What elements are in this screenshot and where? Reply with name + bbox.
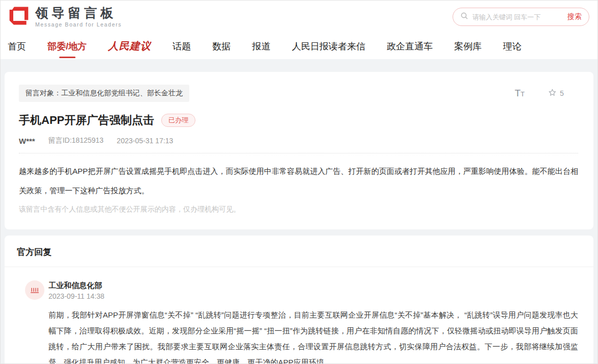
message-card: 留言对象：工业和信息化部党组书记、部长金壮龙 TT 5 (5, 72, 593, 229)
reply-org-name: 工业和信息化部 (48, 281, 105, 291)
search-input[interactable] (472, 13, 563, 21)
logo-subtitle: Message Board for Leaders (35, 21, 122, 28)
search-box[interactable]: 搜索 (453, 8, 589, 26)
nav-item-data[interactable]: 数据 (212, 40, 231, 53)
message-body: 越来越多的手机APP把开屏广告设置成摇晃手机即点击进入，而实际使用中非常容易就进… (19, 162, 578, 200)
star-icon (548, 88, 557, 98)
dotted-divider (19, 153, 578, 153)
star-count: 5 (560, 89, 564, 97)
message-timestamp: 2023-05-31 17:13 (117, 137, 173, 145)
logo-speechbubble-icon (8, 5, 30, 29)
government-building-icon (29, 283, 40, 297)
logo-title: 领导留言板 (35, 6, 122, 20)
message-target-tag: 留言对象：工业和信息化部党组书记、部长金壮龙 (19, 85, 189, 102)
site-header: 领导留言板 Message Board for Leaders 搜索 (1, 1, 597, 33)
message-id: 留言ID:18125913 (48, 136, 104, 145)
org-avatar (25, 280, 44, 300)
nav-item-gov-enterprise[interactable]: 政企直通车 (387, 40, 433, 53)
official-reply-card: 官方回复 (5, 236, 593, 364)
nav-item-theory[interactable]: 理论 (503, 40, 521, 53)
favorite-button[interactable]: 5 (548, 88, 564, 98)
main-content: 留言对象：工业和信息化部党组书记、部长金壮龙 TT 5 (1, 59, 597, 364)
font-size-icon[interactable]: TT (515, 88, 525, 99)
status-badge: 已办理 (161, 114, 195, 127)
nav-item-ministries-regions[interactable]: 部委/地方 (47, 40, 87, 53)
nav-item-peoples-suggestions[interactable]: 人民建议 (108, 39, 151, 53)
message-title: 手机APP开屏广告强制点击 (19, 113, 154, 128)
search-icon (460, 12, 468, 22)
main-nav: 首页 部委/地方 人民建议 话题 数据 报道 人民日报读者来信 政企直通车 案例… (1, 33, 597, 59)
reply-section-title: 官方回复 (17, 247, 52, 257)
page: 领导留言板 Message Board for Leaders 搜索 首页 部委… (0, 0, 598, 364)
nav-item-topics[interactable]: 话题 (172, 40, 191, 53)
reply-header: 官方回复 (5, 236, 593, 267)
privacy-note: 该留言中含有个人信息或其他不便公开展示的内容，仅办理机构可见。 (19, 205, 578, 214)
nav-item-reports[interactable]: 报道 (252, 40, 270, 53)
nav-item-reader-letters[interactable]: 人民日报读者来信 (292, 40, 365, 53)
nav-item-case-library[interactable]: 案例库 (454, 40, 482, 53)
message-author: W*** (19, 137, 35, 145)
site-logo[interactable]: 领导留言板 Message Board for Leaders (8, 5, 122, 29)
search-button[interactable]: 搜索 (567, 12, 582, 21)
reply-body: 前期，我部针对APP开屏弹窗信息“关不掉” “乱跳转”问题进行专项整治，目前主要… (48, 307, 578, 364)
nav-item-home[interactable]: 首页 (8, 40, 26, 53)
reply-timestamp: 2023-09-11 14:38 (48, 292, 105, 300)
